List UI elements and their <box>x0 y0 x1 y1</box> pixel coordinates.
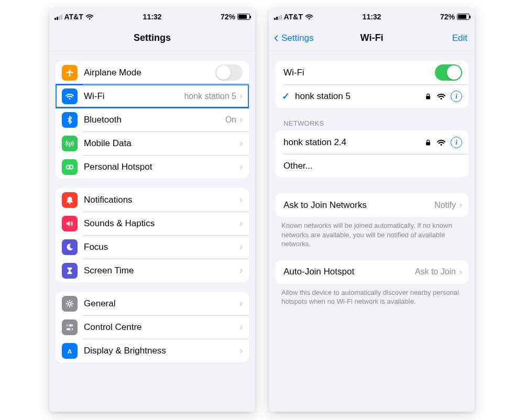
status-bar: AT&T 11:32 72% <box>49 8 255 25</box>
bluetooth-row[interactable]: Bluetooth On › <box>56 108 249 131</box>
ask-join-label: Ask to Join Networks <box>283 200 434 211</box>
cell-signal-icon <box>54 14 62 20</box>
checkmark-icon: ✓ <box>279 91 292 102</box>
notifications-row[interactable]: Notifications › <box>56 188 249 212</box>
wifi-label: Wi-Fi <box>84 91 184 102</box>
chevron-right-icon: › <box>239 161 243 172</box>
wifi-signal-icon <box>436 138 446 147</box>
svg-rect-2 <box>69 142 70 147</box>
wifi-toggle-row[interactable]: Wi-Fi <box>275 61 468 84</box>
chevron-left-icon <box>273 33 280 43</box>
hotspot-label: Personal Hotspot <box>84 162 239 172</box>
auto-join-row[interactable]: Auto-Join Hotspot Ask to Join › <box>275 260 468 284</box>
chevron-right-icon: › <box>239 241 243 252</box>
wifi-row[interactable]: Wi-Fi honk station 5 › <box>56 84 249 108</box>
chevron-right-icon: › <box>239 114 243 125</box>
wifi-toggle[interactable] <box>435 64 462 81</box>
notifications-label: Notifications <box>84 195 239 205</box>
settings-group-attention: Notifications › Sounds & Haptics › Focus… <box>56 188 249 282</box>
chevron-right-icon: › <box>239 218 243 229</box>
wifi-toggle-label: Wi-Fi <box>283 68 435 78</box>
battery-percent-label: 72% <box>221 13 235 21</box>
svg-text:A: A <box>68 347 72 354</box>
connected-network-row[interactable]: ✓ honk station 5 i <box>275 84 468 108</box>
sounds-label: Sounds & Haptics <box>84 218 239 229</box>
wifi-status-icon <box>85 13 94 21</box>
auto-join-group: Auto-Join Hotspot Ask to Join › <box>275 260 468 284</box>
antenna-icon <box>62 136 78 151</box>
ask-join-row[interactable]: Ask to Join Networks Notify › <box>275 193 468 217</box>
wifi-status-icon <box>305 13 313 21</box>
hourglass-icon <box>62 263 78 279</box>
bell-icon <box>62 192 78 208</box>
mobile-data-label: Mobile Data <box>84 138 239 149</box>
mobile-data-row[interactable]: Mobile Data › <box>56 131 249 155</box>
moon-icon <box>62 239 78 255</box>
bluetooth-detail: On <box>225 115 236 125</box>
wifi-detail: honk station 5 <box>184 92 236 101</box>
battery-icon <box>457 14 470 20</box>
airplane-icon <box>62 65 78 81</box>
airplane-mode-row[interactable]: Airplane Mode <box>56 61 249 84</box>
ask-join-value: Notify <box>434 201 456 210</box>
carrier-label: AT&T <box>64 13 83 21</box>
lock-icon <box>424 92 432 101</box>
settings-group-connectivity: Airplane Mode Wi-Fi honk station 5 › Blu… <box>56 61 249 179</box>
auto-join-footer: Allow this device to automatically disco… <box>281 288 462 306</box>
page-title: Settings <box>134 32 171 43</box>
airplane-toggle[interactable] <box>215 64 243 81</box>
chevron-right-icon: › <box>239 298 243 309</box>
edit-button[interactable]: Edit <box>452 33 467 43</box>
other-network-row[interactable]: Other... <box>275 154 468 178</box>
page-title: Wi-Fi <box>361 32 384 43</box>
wifi-icon <box>62 89 78 104</box>
display-icon: A <box>62 343 78 359</box>
display-row[interactable]: A Display & Brightness › <box>56 339 249 362</box>
wifi-toggle-group: Wi-Fi ✓ honk station 5 i <box>275 61 468 108</box>
auto-join-label: Auto-Join Hotspot <box>283 267 415 277</box>
other-label: Other... <box>283 161 462 171</box>
battery-percent-label: 72% <box>440 13 455 21</box>
wifi-signal-icon <box>436 92 446 101</box>
control-centre-row[interactable]: Control Centre › <box>56 315 249 339</box>
general-row[interactable]: General › <box>56 292 249 315</box>
airplane-label: Airplane Mode <box>84 68 215 78</box>
sliders-icon <box>62 319 78 335</box>
info-button[interactable]: i <box>451 137 462 148</box>
chevron-right-icon: › <box>239 91 243 102</box>
nav-bar: Settings <box>49 25 255 51</box>
svg-point-5 <box>69 202 71 204</box>
networks-header: Networks <box>283 119 460 127</box>
focus-label: Focus <box>84 242 239 252</box>
control-centre-label: Control Centre <box>84 322 239 333</box>
chevron-right-icon: › <box>239 345 243 356</box>
network-label: honk station 2.4 <box>283 137 421 148</box>
ask-join-footer: Known networks will be joined automatica… <box>281 221 462 249</box>
info-button[interactable]: i <box>451 91 462 102</box>
bluetooth-icon <box>62 112 78 128</box>
chevron-right-icon: › <box>239 138 243 149</box>
status-bar: AT&T 11:32 72% <box>269 8 475 25</box>
screen-time-row[interactable]: Screen Time › <box>56 259 249 282</box>
chevron-right-icon: › <box>459 200 462 211</box>
svg-point-6 <box>68 302 71 305</box>
back-button[interactable]: Settings <box>273 33 313 43</box>
gear-icon <box>62 296 78 312</box>
back-label: Settings <box>281 33 313 43</box>
cell-signal-icon <box>274 14 282 20</box>
speaker-icon <box>62 216 78 231</box>
settings-group-general: General › Control Centre › A Display & B… <box>56 292 249 362</box>
battery-icon <box>237 14 250 20</box>
chevron-right-icon: › <box>239 265 243 276</box>
focus-row[interactable]: Focus › <box>56 235 249 259</box>
carrier-label: AT&T <box>284 13 303 21</box>
connected-network-label: honk station 5 <box>295 91 421 102</box>
personal-hotspot-row[interactable]: Personal Hotspot › <box>56 155 249 179</box>
nav-bar: Settings Wi-Fi Edit <box>269 25 475 51</box>
sounds-row[interactable]: Sounds & Haptics › <box>56 212 249 235</box>
svg-point-9 <box>67 324 69 326</box>
hotspot-icon <box>62 159 78 175</box>
chevron-right-icon: › <box>239 322 243 333</box>
network-row[interactable]: honk station 2.4 i <box>275 130 468 154</box>
auto-join-value: Ask to Join <box>415 267 456 277</box>
